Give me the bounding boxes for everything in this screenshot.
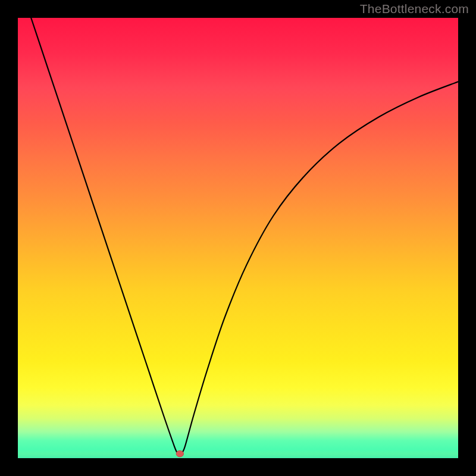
watermark-text: TheBottleneck.com bbox=[360, 2, 469, 16]
chart-frame: TheBottleneck.com bbox=[0, 0, 476, 476]
bottleneck-curve-left bbox=[31, 18, 177, 453]
plot-area bbox=[18, 18, 458, 458]
bottleneck-curve-right bbox=[182, 82, 458, 453]
curve-svg bbox=[18, 18, 458, 458]
vertex-marker-icon bbox=[176, 450, 183, 456]
